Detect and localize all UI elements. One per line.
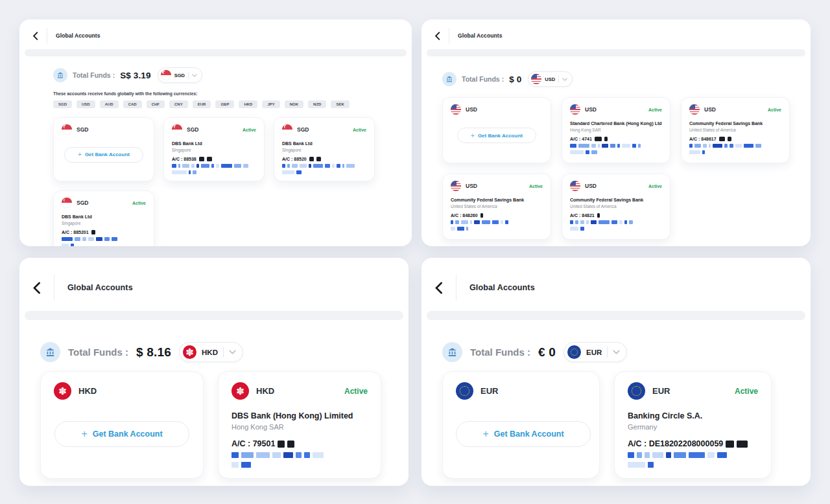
total-funds-row: Total Funds : S$ 3.19 SGD — [53, 67, 396, 83]
account-card[interactable]: USD Active Community Federal Savings Ban… — [681, 97, 790, 163]
currency-chip: NOK — [285, 100, 303, 108]
bank-icon — [442, 342, 462, 362]
scrollbar-track[interactable] — [25, 311, 403, 320]
header-divider — [54, 275, 54, 301]
account-cards: EUR + Get Bank Account EUR Active Bankin… — [442, 371, 791, 479]
currency-select[interactable]: EUR — [563, 342, 627, 362]
scrollbar-track[interactable] — [427, 49, 805, 56]
account-card[interactable]: USD Active Community Federal Savings Ban… — [442, 174, 551, 240]
back-button[interactable] — [32, 282, 41, 294]
account-card[interactable]: EUR + Get Bank Account — [442, 371, 600, 479]
bank-region: Singapore — [62, 221, 146, 225]
currency-chip: JPY — [262, 100, 279, 108]
card-header: USD Active — [570, 181, 662, 191]
card-header: USD Active — [451, 181, 543, 191]
scrollbar-track[interactable] — [427, 311, 805, 320]
currency-chip: HKD — [239, 100, 257, 108]
get-bank-account-button[interactable]: + Get Bank Account — [456, 421, 591, 447]
chevron-down-icon — [192, 74, 197, 77]
account-card[interactable]: ✽ HKD Active DBS Bank (Hong Kong) Limite… — [218, 371, 381, 479]
card-header: EUR — [456, 382, 586, 400]
chevron-left-icon — [434, 282, 443, 294]
currency-chip: CHF — [147, 100, 165, 108]
get-bank-account-label: Get Bank Account — [85, 152, 130, 157]
account-card[interactable]: USD Active Community Federal Savings Ban… — [562, 174, 670, 240]
bank-region: Singapore — [172, 148, 256, 152]
account-card[interactable]: EUR Active Banking Circle S.A. Germany A… — [614, 371, 772, 479]
select-divider — [607, 347, 608, 358]
account-card[interactable]: USD + Get Bank Account — [442, 97, 551, 163]
currency-select[interactable]: USD — [528, 71, 573, 87]
account-number-text: A/C : 79501 — [231, 439, 275, 448]
account-card[interactable]: SGD Active DBS Bank Ltd Singapore A/C : … — [53, 190, 154, 246]
scrollbar-track[interactable] — [25, 49, 407, 56]
currency-chip: USD — [77, 100, 95, 108]
select-divider — [223, 347, 224, 358]
account-card[interactable]: USD Active Standard Chartered Bank (Hong… — [562, 97, 670, 163]
redacted-account-details — [451, 218, 543, 231]
status-badge: Active — [353, 128, 366, 132]
account-cards: SGD + Get Bank Account SGD Active DBS Ba… — [53, 117, 396, 246]
back-button[interactable] — [434, 32, 440, 40]
account-number-text: A/C : 885201 — [62, 230, 89, 235]
redaction-row — [282, 170, 366, 174]
account-number-text: A/C : 84821 — [570, 213, 595, 218]
card-header: USD Active — [689, 104, 781, 115]
back-button[interactable] — [32, 32, 38, 40]
get-bank-account-button[interactable]: + Get Bank Account — [457, 128, 536, 143]
account-number: A/C : 4741 — [570, 137, 662, 141]
global-accounts-panel-sgd: Global Accounts Total Funds : S$ 3.19 SG… — [19, 19, 412, 246]
account-card[interactable]: SGD Active DBS Bank Ltd Singapore A/C : … — [163, 117, 265, 181]
redaction-row — [231, 452, 368, 458]
chevron-down-icon — [229, 350, 236, 354]
currency-flag-icon — [62, 198, 72, 208]
currency-chip: SEK — [331, 100, 349, 108]
redacted-account-details — [62, 235, 146, 246]
redaction-row — [282, 164, 366, 168]
status-badge: Active — [735, 387, 758, 396]
bank-name: Community Federal Savings Bank — [451, 197, 543, 203]
plus-icon: + — [471, 132, 475, 139]
panel-header: Global Accounts — [421, 19, 811, 49]
total-funds-amount: € 0 — [538, 345, 556, 360]
back-button[interactable] — [434, 282, 443, 294]
account-number-text: A/C : 848260 — [451, 213, 478, 218]
selected-currency: HKD — [202, 349, 218, 356]
redacted-digits — [592, 137, 608, 141]
panel-header: Global Accounts — [19, 258, 409, 309]
account-card[interactable]: SGD + Get Bank Account — [53, 117, 154, 181]
bank-region: United States of America — [689, 128, 781, 132]
currency-code: USD — [704, 106, 716, 113]
currency-chip: CAD — [123, 100, 142, 108]
card-header: EUR Active — [628, 382, 758, 400]
currency-code: EUR — [652, 386, 670, 396]
redacted-digits — [196, 157, 212, 161]
account-number-text: A/C : DE18202208000059 — [628, 439, 723, 448]
redacted-account-details — [231, 448, 368, 468]
get-bank-account-button[interactable]: + Get Bank Account — [54, 421, 189, 447]
redaction-row — [570, 227, 662, 231]
currency-select[interactable]: ✽ HKD — [179, 342, 243, 362]
get-bank-account-label: Get Bank Account — [93, 430, 163, 439]
page-title: Global Accounts — [56, 32, 101, 39]
currency-select[interactable]: SGD — [158, 67, 202, 83]
account-card[interactable]: ✽ HKD + Get Bank Account — [40, 371, 204, 479]
currency-chip: SGD — [53, 100, 72, 108]
redacted-digits — [275, 441, 294, 448]
header-divider — [449, 28, 449, 43]
account-number: A/C : 79501 — [231, 439, 368, 448]
currency-flag-icon — [628, 382, 645, 400]
account-card[interactable]: SGD Active DBS Bank Ltd Singapore A/C : … — [274, 117, 375, 181]
get-bank-account-button[interactable]: + Get Bank Account — [64, 147, 143, 163]
selected-currency: EUR — [586, 349, 602, 356]
currency-chip: EUR — [193, 100, 211, 108]
bank-name: Community Federal Savings Bank — [570, 197, 662, 203]
redaction-row — [570, 150, 662, 154]
currencies-note: These accounts receive funds globally wi… — [53, 91, 396, 96]
redaction-row — [172, 170, 256, 174]
account-cards: ✽ HKD + Get Bank Account ✽ HKD Active DB… — [40, 371, 389, 479]
status-badge: Active — [344, 387, 368, 396]
status-badge: Active — [648, 108, 662, 112]
total-funds-amount: S$ 3.19 — [120, 71, 150, 80]
panel-content: Total Funds : $ 8.16 ✽ HKD ✽ HKD + Get B… — [19, 342, 409, 479]
